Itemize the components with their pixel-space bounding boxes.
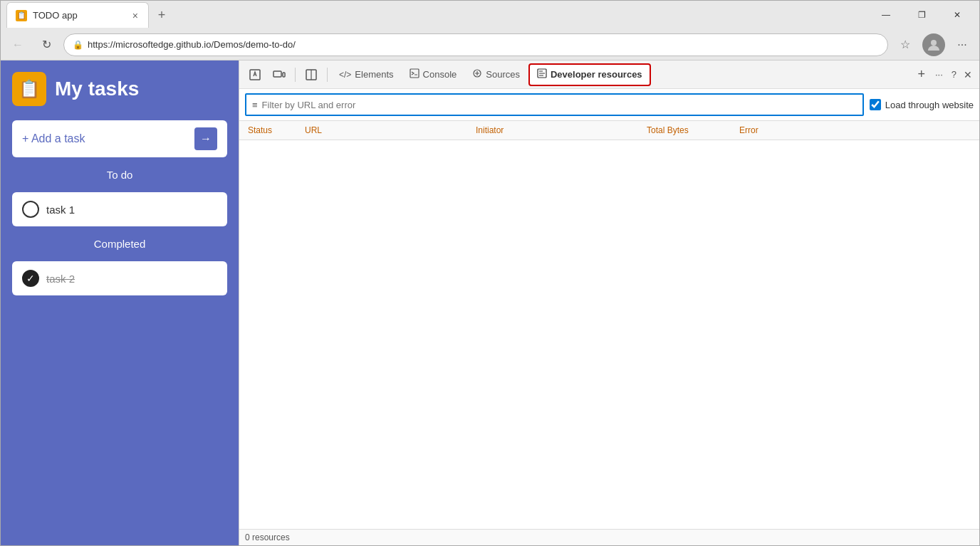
tab-title: TODO app — [33, 10, 125, 21]
filter-input[interactable] — [262, 100, 857, 110]
main-content: 📋 My tasks + Add a task → To do task 1 C… — [1, 61, 979, 545]
new-tab-button[interactable]: + — [152, 5, 172, 25]
task-name-task2: task 2 — [46, 273, 75, 285]
toolbar-separator-1 — [295, 68, 296, 82]
tab-sources[interactable]: Sources — [465, 63, 527, 86]
tab-developer-resources[interactable]: Developer resources — [528, 63, 651, 86]
title-bar: 📋 TODO app × + — ❐ ✕ — [1, 1, 979, 29]
inspect-icon — [249, 68, 261, 81]
tab-console[interactable]: Console — [402, 63, 464, 86]
more-settings-button[interactable]: ··· — [951, 33, 974, 56]
close-devtools-button[interactable]: ✕ — [961, 69, 975, 80]
task-item-task2[interactable]: ✓ task 2 — [12, 261, 227, 295]
toolbar-separator-2 — [327, 68, 328, 82]
tab-close-button[interactable]: × — [131, 9, 140, 23]
tab-elements[interactable]: </> Elements — [332, 63, 401, 86]
elements-icon: </> — [339, 70, 351, 80]
minimize-button[interactable]: — — [870, 4, 902, 26]
col-initiator[interactable]: Initiator — [473, 124, 644, 137]
load-through-website-checkbox[interactable] — [870, 99, 881, 110]
devtools-panel: </> Elements Console Sources — [239, 61, 979, 545]
address-bar-row: ← ↻ 🔒 https://microsoftedge.github.io/De… — [1, 29, 979, 61]
col-status[interactable]: Status — [245, 124, 302, 137]
panel-layout-icon — [305, 68, 318, 81]
tab-strip: 📋 TODO app × + — [6, 2, 858, 28]
tab-favicon: 📋 — [16, 10, 27, 21]
devtools-footer: 0 resources — [239, 529, 979, 545]
task-checkbox-task1[interactable] — [22, 201, 39, 218]
inspect-element-button[interactable] — [244, 63, 266, 86]
address-bar[interactable]: 🔒 https://microsoftedge.github.io/Demos/… — [63, 33, 888, 56]
task-checkbox-task2[interactable]: ✓ — [22, 270, 39, 287]
checkmark-icon: ✓ — [26, 273, 35, 284]
svg-point-0 — [931, 40, 937, 46]
resources-count: 0 resources — [245, 532, 290, 542]
console-label: Console — [423, 69, 457, 80]
elements-label: Elements — [355, 69, 393, 80]
favorites-button[interactable]: ☆ — [894, 33, 917, 56]
svg-rect-2 — [273, 71, 281, 77]
browser-window: 📋 TODO app × + — ❐ ✕ ← ↻ 🔒 https://micro… — [0, 0, 980, 546]
task-name-task1: task 1 — [46, 204, 75, 216]
maximize-button[interactable]: ❐ — [905, 4, 938, 26]
load-through-website-text: Load through website — [885, 100, 974, 110]
device-icon — [273, 68, 286, 81]
devtools-toolbar: </> Elements Console Sources — [239, 61, 979, 89]
browser-tab[interactable]: 📋 TODO app × — [6, 2, 149, 28]
col-url[interactable]: URL — [302, 124, 473, 137]
filter-input-wrapper[interactable]: ≡ — [245, 93, 864, 116]
address-text: https://microsoftedge.github.io/Demos/de… — [88, 39, 879, 50]
sources-label: Sources — [486, 69, 520, 80]
devtools-table-header: Status URL Initiator Total Bytes Error — [239, 121, 979, 140]
device-emulation-button[interactable] — [268, 63, 291, 86]
add-tab-button[interactable]: + — [913, 67, 929, 82]
col-error[interactable]: Error — [736, 124, 974, 137]
help-button[interactable]: ? — [949, 69, 959, 80]
todo-header: 📋 My tasks — [12, 72, 227, 106]
panel-layout-button[interactable] — [300, 63, 323, 86]
todo-section-label: To do — [12, 169, 227, 181]
sources-icon — [472, 68, 482, 80]
console-icon — [410, 68, 419, 80]
window-controls: — ❐ ✕ — [870, 4, 974, 26]
back-button[interactable]: ← — [6, 33, 29, 56]
todo-app-title: My tasks — [55, 78, 139, 100]
developer-resources-label: Developer resources — [551, 69, 642, 80]
todo-app-icon: 📋 — [12, 72, 46, 106]
completed-section-label: Completed — [12, 238, 227, 250]
todo-sidebar: 📋 My tasks + Add a task → To do task 1 C… — [1, 61, 239, 545]
devtools-filter-bar: ≡ Load through website — [239, 89, 979, 121]
developer-resources-icon — [537, 68, 547, 80]
refresh-button[interactable]: ↻ — [35, 33, 58, 56]
lock-icon: 🔒 — [73, 40, 83, 50]
profile-button[interactable] — [922, 33, 945, 56]
more-tools-button[interactable]: ··· — [931, 69, 947, 80]
add-task-submit-button[interactable]: → — [194, 127, 217, 150]
close-window-button[interactable]: ✕ — [941, 4, 974, 26]
task-item-task1[interactable]: task 1 — [12, 192, 227, 226]
devtools-table-body — [239, 140, 979, 529]
add-task-label: + Add a task — [22, 132, 194, 145]
profile-icon — [927, 38, 940, 51]
filter-icon: ≡ — [252, 100, 258, 110]
col-total-bytes[interactable]: Total Bytes — [644, 124, 736, 137]
add-task-row[interactable]: + Add a task → — [12, 120, 227, 157]
load-through-website-label[interactable]: Load through website — [870, 99, 974, 110]
svg-rect-3 — [283, 73, 285, 77]
